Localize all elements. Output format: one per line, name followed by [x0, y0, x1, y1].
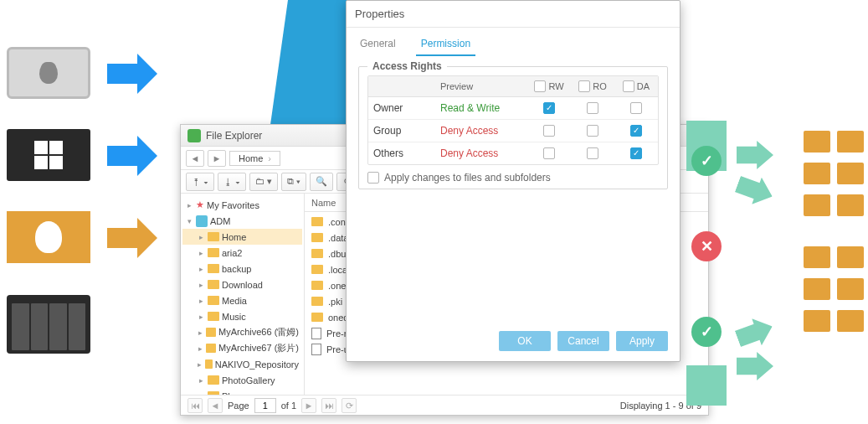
tree-item[interactable]: ▸MyArchive66 (雷姆) — [182, 324, 302, 340]
chevron-right-icon: ▸ — [198, 392, 205, 396]
tree-label: aria2 — [222, 248, 242, 258]
page-last-button[interactable]: ⏭ — [321, 398, 336, 413]
copy-button[interactable]: ⧉ ▾ — [281, 173, 306, 191]
tree-label: Download — [222, 280, 263, 290]
server-icon — [804, 278, 830, 300]
chevron-right-icon: ▸ — [198, 249, 205, 257]
rights-row: OwnerRead & Write — [368, 97, 658, 120]
path-box[interactable]: Home › — [229, 151, 280, 166]
chevron-right-icon: ▸ — [198, 297, 205, 305]
nas-device-icon — [7, 295, 90, 354]
chevron-right-icon: ▸ — [198, 376, 205, 385]
file-explorer-title: File Explorer — [206, 130, 262, 142]
tree-item[interactable]: ▸aria2 — [182, 245, 302, 261]
flow-arrow-icon — [107, 54, 157, 94]
page-first-button[interactable]: ⏮ — [187, 398, 203, 413]
tree-item[interactable]: ▸Media — [182, 292, 302, 308]
checkbox-apply-subfolders[interactable] — [367, 172, 379, 184]
checkbox-ro[interactable] — [587, 147, 598, 159]
chevron-right-icon: ▸ — [198, 360, 203, 369]
folder-icon — [311, 233, 323, 242]
folder-icon — [208, 248, 219, 257]
apply-button[interactable]: Apply — [616, 331, 668, 351]
chevron-right-icon: › — [268, 153, 271, 163]
server-icon — [804, 163, 830, 184]
tree-item[interactable]: ▸Download — [182, 277, 302, 292]
chevron-right-icon: ▸ — [198, 281, 205, 289]
ok-button[interactable]: OK — [499, 331, 551, 351]
properties-buttons: OK Cancel Apply — [499, 331, 668, 351]
tree-item[interactable]: ▸MyArchive67 (影片) — [182, 340, 302, 356]
page-refresh-button[interactable]: ⟳ — [342, 398, 357, 413]
checkbox-all-da[interactable] — [623, 80, 634, 92]
flow-arrow-icon — [733, 313, 778, 353]
folder-icon — [208, 296, 219, 305]
checkbox-rw[interactable] — [543, 102, 555, 114]
rights-who: Group — [368, 120, 435, 142]
tree-label: Media — [222, 296, 247, 306]
tab-permission[interactable]: Permission — [416, 31, 475, 56]
tree-favorites[interactable]: ▸ ★ My Favorites — [182, 197, 302, 213]
folder-icon — [208, 375, 219, 385]
checkbox-ro[interactable] — [587, 125, 598, 137]
page-next-button[interactable]: ► — [301, 398, 316, 413]
result-pass-badge: ✓ — [691, 317, 722, 347]
rights-who: Others — [368, 142, 435, 164]
checkbox-rw[interactable] — [543, 125, 555, 137]
page-prev-button[interactable]: ◄ — [208, 398, 223, 413]
result-fail-badge: ✕ — [691, 231, 722, 261]
checkbox-rw[interactable] — [543, 147, 555, 159]
chevron-right-icon: ▸ — [198, 344, 203, 353]
checkbox-all-rw[interactable] — [534, 80, 546, 92]
checkbox-da[interactable] — [630, 102, 642, 114]
checkbox-all-ro[interactable] — [578, 80, 590, 92]
server-icon — [837, 131, 864, 153]
chevron-right-icon: ▸ — [198, 328, 203, 337]
checkbox-da[interactable] — [630, 147, 642, 159]
tree-item[interactable]: ▾ADM — [182, 213, 302, 229]
col-da[interactable]: DA — [614, 76, 658, 96]
folder-tree[interactable]: ▸ ★ My Favorites ▾ADM▸Home▸aria2▸backup▸… — [181, 194, 305, 395]
nav-forward-button[interactable]: ► — [208, 150, 226, 167]
col-ro[interactable]: RO — [571, 76, 614, 96]
folder-icon — [208, 391, 219, 395]
cancel-button[interactable]: Cancel — [557, 331, 609, 351]
tree-item[interactable]: ▸Music — [182, 308, 302, 324]
upload-button[interactable]: ⭱ ▾ — [186, 173, 214, 191]
folder-icon — [208, 232, 219, 241]
tree-label: Home — [222, 232, 246, 242]
server-icon — [837, 278, 864, 300]
zip-file-icon — [311, 328, 321, 339]
tab-general[interactable]: General — [355, 31, 401, 56]
file-explorer-app-icon — [187, 129, 201, 142]
linux-laptop-icon — [7, 211, 90, 263]
tree-item[interactable]: ▸Home — [182, 229, 302, 245]
chevron-right-icon: ▸ — [198, 233, 205, 241]
device-nas — [7, 295, 90, 354]
apply-subfolders-row[interactable]: Apply changes to files and subfolders — [367, 172, 659, 184]
result-column: ✓ ✕ ✓ — [691, 117, 722, 375]
tree-item[interactable]: ▸backup — [182, 261, 302, 277]
page-input[interactable] — [254, 398, 276, 413]
server-icon — [804, 194, 830, 216]
folder-icon — [311, 313, 323, 322]
nav-back-button[interactable]: ◄ — [186, 150, 204, 167]
apply-subfolders-label: Apply changes to files and subfolders — [384, 172, 551, 184]
path-segment: Home — [239, 153, 263, 163]
chevron-right-icon: ▸ — [186, 201, 193, 209]
folder-icon — [206, 344, 216, 353]
checkbox-da[interactable] — [630, 125, 642, 137]
properties-title: Properties — [355, 8, 404, 20]
adm-icon — [196, 215, 208, 227]
server-icon — [837, 246, 864, 268]
rights-preview: Read & Write — [435, 97, 527, 119]
checkbox-ro[interactable] — [587, 102, 598, 114]
tree-item[interactable]: ▸Plex — [182, 388, 302, 395]
new-folder-button[interactable]: 🗀 ▾ — [249, 173, 278, 191]
tree-item[interactable]: ▸NAKIVO_Repository — [182, 356, 302, 372]
tree-item[interactable]: ▸PhotoGallery — [182, 372, 302, 388]
server-stack — [804, 126, 864, 337]
search-button[interactable]: 🔍 — [310, 173, 333, 191]
col-rw[interactable]: RW — [527, 76, 571, 96]
download-button[interactable]: ⭳ ▾ — [218, 173, 246, 191]
